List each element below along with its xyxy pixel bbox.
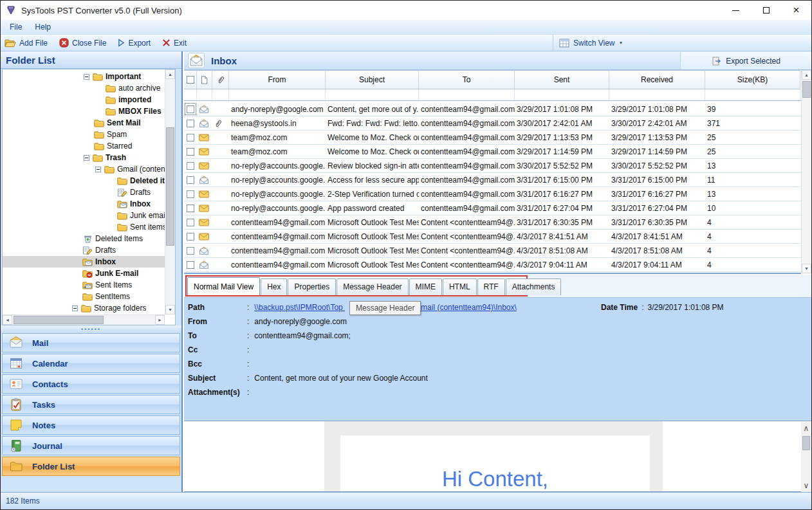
mail-row[interactable]: no-reply@accounts.google....App password… bbox=[184, 201, 801, 215]
row-select-cell[interactable] bbox=[184, 230, 197, 243]
message-path-link[interactable]: mail (contentteam94)\Inbox\ bbox=[421, 303, 517, 312]
tree-item-inbox[interactable]: Inbox bbox=[3, 256, 165, 268]
mail-row[interactable]: contentteam94@gmail.comMicrosoft Outlook… bbox=[184, 215, 801, 230]
panel-splitter[interactable]: •••••• bbox=[1, 325, 181, 333]
mail-row[interactable]: heena@systools.inFwd: Fwd: Fwd: Fwd: let… bbox=[184, 116, 801, 131]
select-all-checkbox[interactable] bbox=[187, 76, 194, 84]
column-size[interactable]: Size(KB) bbox=[705, 70, 800, 89]
row-select-cell[interactable] bbox=[184, 201, 197, 215]
preview-scroll-thumb[interactable] bbox=[802, 436, 810, 450]
row-select-cell[interactable] bbox=[184, 131, 197, 144]
row-select-cell[interactable] bbox=[184, 145, 197, 158]
filter-cell[interactable] bbox=[184, 89, 197, 100]
tree-item-drafts[interactable]: Drafts bbox=[3, 244, 165, 256]
tree-item-deleted-ite[interactable]: Deleted ite bbox=[3, 175, 165, 187]
tree-item-sent-mail[interactable]: Sent Mail bbox=[3, 117, 165, 129]
column-to[interactable]: To bbox=[419, 70, 515, 89]
tree-scroll-thumb[interactable] bbox=[166, 127, 174, 246]
close-file-button[interactable]: Close File bbox=[59, 38, 106, 48]
list-vertical-scrollbar[interactable]: ▲ ▼ bbox=[801, 70, 811, 273]
row-select-cell[interactable] bbox=[184, 215, 197, 229]
select-all-header-cell[interactable] bbox=[184, 70, 197, 89]
tree-item-trash[interactable]: Trash bbox=[3, 152, 165, 163]
nav-tasks[interactable]: Tasks bbox=[2, 395, 180, 414]
filter-cell[interactable] bbox=[212, 89, 229, 100]
column-received[interactable]: Received bbox=[609, 70, 705, 89]
mail-row[interactable]: team@moz.comWelcome to Moz. Check out...… bbox=[184, 131, 801, 145]
tree-horizontal-scrollbar[interactable]: ◄ ► bbox=[3, 314, 165, 325]
filter-cell[interactable] bbox=[515, 89, 609, 100]
filter-cell[interactable] bbox=[326, 89, 419, 100]
scroll-up-icon[interactable]: ▲ bbox=[165, 69, 175, 79]
tab-rtf[interactable]: RTF bbox=[477, 278, 505, 295]
scroll-left-icon[interactable]: ◄ bbox=[3, 315, 12, 325]
nav-journal[interactable]: Journal bbox=[2, 436, 180, 455]
filter-cell[interactable] bbox=[419, 89, 515, 100]
nav-calendar[interactable]: Calendar bbox=[2, 354, 180, 373]
scroll-down-icon[interactable]: ▼ bbox=[802, 264, 811, 273]
filter-cell[interactable] bbox=[609, 89, 705, 100]
filter-cell[interactable] bbox=[197, 89, 212, 100]
collapse-expander-icon[interactable] bbox=[95, 167, 101, 172]
tree-item-sent-items[interactable]: Sent Items bbox=[3, 279, 165, 291]
tree-item-auto-archive[interactable]: auto archive bbox=[3, 82, 165, 94]
tree-item-sent-items[interactable]: Sent items bbox=[3, 221, 165, 233]
mail-row[interactable]: andy-noreply@google.comContent, get more… bbox=[184, 102, 801, 116]
tree-vertical-scrollbar[interactable]: ▲ ▼ bbox=[165, 69, 175, 314]
tree-item-imported[interactable]: imported bbox=[3, 94, 165, 105]
tree-hscroll-thumb[interactable] bbox=[14, 316, 104, 324]
column-sent[interactable]: Sent bbox=[515, 70, 609, 89]
row-checkbox[interactable] bbox=[187, 105, 194, 113]
tab-html[interactable]: HTML bbox=[443, 278, 477, 295]
mail-row[interactable]: contentteam94@gmail.comMicrosoft Outlook… bbox=[184, 230, 801, 244]
row-select-cell[interactable] bbox=[184, 244, 197, 257]
export-selected-button[interactable]: Export Selected bbox=[680, 52, 811, 69]
scroll-up-icon[interactable]: ▲ bbox=[802, 70, 811, 80]
nav-folder-list[interactable]: Folder List bbox=[2, 457, 180, 476]
row-checkbox[interactable] bbox=[187, 134, 194, 141]
exit-button[interactable]: Exit bbox=[162, 39, 187, 48]
menu-file[interactable]: File bbox=[10, 23, 22, 32]
scroll-right-icon[interactable]: ► bbox=[155, 315, 165, 325]
row-select-cell[interactable] bbox=[184, 102, 197, 116]
row-select-cell[interactable] bbox=[184, 173, 197, 187]
column-subject[interactable]: Subject bbox=[326, 70, 419, 89]
tree-item-junk-e-mail[interactable]: Junk E-mail bbox=[3, 268, 165, 279]
tree-item-junk-email[interactable]: Junk email bbox=[3, 210, 165, 221]
tab-properties[interactable]: Properties bbox=[288, 278, 336, 295]
tree-item-storage-folders[interactable]: Storage folders bbox=[3, 302, 165, 314]
preview-scrollbar[interactable]: ∧ ∨ bbox=[801, 422, 811, 492]
scroll-up-icon[interactable]: ∧ bbox=[801, 423, 811, 433]
maximize-button[interactable] bbox=[751, 1, 781, 20]
row-checkbox[interactable] bbox=[187, 219, 194, 226]
menu-help[interactable]: Help bbox=[35, 23, 51, 32]
row-checkbox[interactable] bbox=[187, 120, 194, 127]
row-select-cell[interactable] bbox=[184, 116, 197, 130]
tab-attachments[interactable]: Attachments bbox=[506, 278, 562, 295]
collapse-expander-icon[interactable] bbox=[84, 74, 89, 80]
tree-item-sentitems[interactable]: SentItems bbox=[3, 291, 165, 302]
mail-row[interactable]: no-reply@accounts.google....Access for l… bbox=[184, 173, 801, 187]
row-select-cell[interactable] bbox=[184, 159, 197, 172]
column-from[interactable]: From bbox=[229, 70, 326, 89]
collapse-expander-icon[interactable] bbox=[84, 155, 89, 161]
filter-cell[interactable] bbox=[705, 89, 800, 100]
minimize-button[interactable] bbox=[721, 1, 751, 20]
scroll-down-icon[interactable]: ∨ bbox=[801, 480, 811, 491]
message-column-header[interactable] bbox=[197, 70, 212, 89]
row-checkbox[interactable] bbox=[187, 162, 194, 170]
nav-contacts[interactable]: Contacts bbox=[2, 374, 180, 394]
collapse-expander-icon[interactable] bbox=[72, 305, 78, 311]
nav-mail[interactable]: Mail bbox=[2, 333, 180, 352]
mail-row[interactable]: contentteam94@gmail.comMicrosoft Outlook… bbox=[184, 244, 801, 258]
tree-item-mbox-files[interactable]: MBOX Files bbox=[3, 105, 165, 117]
mail-row[interactable]: contentteam94@gmail.comMicrosoft Outlook… bbox=[184, 258, 801, 272]
tree-item-drafts[interactable]: Drafts bbox=[3, 187, 165, 198]
tab-message-header[interactable]: Message Header bbox=[337, 278, 408, 295]
row-checkbox[interactable] bbox=[187, 148, 194, 156]
row-checkbox[interactable] bbox=[187, 233, 194, 241]
tree-item-gmail-content[interactable]: Gmail (content bbox=[3, 163, 165, 175]
row-select-cell[interactable] bbox=[184, 258, 197, 271]
nav-notes[interactable]: Notes bbox=[2, 415, 180, 435]
export-button[interactable]: Export bbox=[118, 39, 151, 48]
